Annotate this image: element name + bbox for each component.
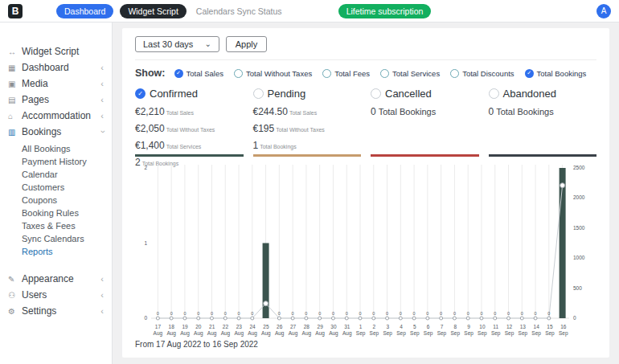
sidebar-item-media[interactable]: ▣Media‹ <box>0 76 112 92</box>
svg-text:0: 0 <box>521 311 523 316</box>
sidebar: ↔Widget Script▦Dashboard‹▣Media‹▤Pages‹⌂… <box>0 22 113 364</box>
option-label: Total Bookings <box>537 69 587 78</box>
sidebar-item-label: Widget Script <box>22 46 79 57</box>
x-axis-label: 6 Sep <box>421 324 435 337</box>
sidebar-subitem-reports[interactable]: Reports <box>0 245 112 258</box>
user-avatar[interactable]: A <box>596 4 611 18</box>
sidebar-subitem-customers[interactable]: Customers <box>0 181 112 194</box>
show-option-total-bookings[interactable]: ✓Total Bookings <box>525 69 587 78</box>
svg-text:0: 0 <box>318 311 321 316</box>
stat-row: €1,400Total Services <box>135 137 244 152</box>
show-option-total-discounts[interactable]: Total Discounts <box>450 69 514 78</box>
sidebar-item-appearance[interactable]: ✎Appearance‹ <box>0 271 112 287</box>
status-card-confirmed: ✓Confirmed€2,210Total Sales€2,050Total W… <box>135 86 244 157</box>
sidebar-subitem-taxes-fees[interactable]: Taxes & Fees <box>0 219 112 232</box>
chart-x-axis: 17 Aug18 Aug19 Aug20 Aug21 Aug22 Aug23 A… <box>151 324 570 337</box>
media-icon: ▣ <box>8 80 22 88</box>
x-axis-label: 5 Sep <box>408 324 421 337</box>
x-axis-label: 24 Aug <box>246 324 260 337</box>
unchecked-circle-icon[interactable] <box>234 69 243 78</box>
sidebar-menu: ↔Widget Script▦Dashboard‹▣Media‹▤Pages‹⌂… <box>0 43 112 319</box>
svg-text:0: 0 <box>426 311 428 316</box>
card-title: Cancelled <box>385 88 432 100</box>
show-option-total-fees[interactable]: Total Fees <box>322 69 370 78</box>
main-content: Last 30 days Apply Show: ✓Total SalesTot… <box>113 22 619 364</box>
code-icon: ↔ <box>8 47 22 56</box>
svg-text:0: 0 <box>400 311 402 316</box>
svg-text:0: 0 <box>224 311 227 316</box>
sidebar-item-dashboard[interactable]: ▦Dashboard‹ <box>0 59 112 76</box>
apply-button[interactable]: Apply <box>226 36 268 52</box>
show-label: Show: <box>135 67 166 79</box>
topbar-widget-script[interactable]: Widget Script <box>120 4 186 18</box>
sidebar-item-widget-script[interactable]: ↔Widget Script <box>0 43 112 59</box>
sidebar-item-label: Accommodation <box>22 110 91 121</box>
confirmed-checkbox[interactable]: ✓ <box>135 88 146 99</box>
show-option-total-sales[interactable]: ✓Total Sales <box>174 69 223 78</box>
sidebar-item-users[interactable]: ⚇Users‹ <box>0 287 112 303</box>
svg-text:2: 2 <box>144 165 147 170</box>
chevron-left-icon: ‹ <box>100 111 104 121</box>
sidebar-subitem-booking-rules[interactable]: Booking Rules <box>0 207 112 219</box>
show-option-total-without-taxes[interactable]: Total Without Taxes <box>234 69 312 78</box>
svg-text:0: 0 <box>144 315 147 321</box>
svg-text:0: 0 <box>467 311 469 316</box>
chart-section: 0120500100015002000250000000000000000000… <box>135 163 596 349</box>
sidebar-subitem-coupons[interactable]: Coupons <box>0 194 112 207</box>
abandoned-checkbox[interactable] <box>489 88 499 99</box>
sidebar-item-pages[interactable]: ▤Pages‹ <box>0 92 112 108</box>
x-axis-label: 21 Aug <box>205 324 219 337</box>
svg-text:0: 0 <box>413 311 416 316</box>
svg-text:1500: 1500 <box>573 225 585 231</box>
svg-text:0: 0 <box>157 311 159 316</box>
sidebar-subitem-sync-calendars[interactable]: Sync Calendars <box>0 232 112 245</box>
svg-text:0: 0 <box>359 311 361 316</box>
chevron-left-icon: ‹ <box>100 306 104 316</box>
show-options-row: Show: ✓Total SalesTotal Without TaxesTot… <box>135 60 596 84</box>
unchecked-circle-icon[interactable] <box>322 69 331 78</box>
sidebar-item-label: Settings <box>22 305 56 317</box>
site-logo[interactable]: B <box>8 4 23 18</box>
x-axis-label: 1 Sep <box>354 324 367 337</box>
x-axis-label: 28 Aug <box>300 324 314 337</box>
svg-text:1000: 1000 <box>573 255 585 260</box>
svg-text:2000: 2000 <box>573 194 585 200</box>
option-label: Total Sales <box>187 69 223 78</box>
sidebar-item-bookings[interactable]: ▥Bookings‹ <box>0 124 112 140</box>
checked-circle-icon[interactable]: ✓ <box>174 69 183 78</box>
pending-checkbox[interactable] <box>253 88 264 99</box>
date-range-select[interactable]: Last 30 days <box>135 36 219 52</box>
topbar-lifetime-subscription[interactable]: Lifetime subscription <box>338 4 432 18</box>
sidebar-subitem-calendar[interactable]: Calendar <box>0 168 112 181</box>
x-axis-label: 14 Sep <box>530 324 543 337</box>
x-axis-label: 20 Aug <box>191 324 205 337</box>
chevron-left-icon: ‹ <box>100 95 104 104</box>
cancelled-checkbox[interactable] <box>371 88 381 99</box>
unchecked-circle-icon[interactable] <box>450 69 459 78</box>
svg-text:0: 0 <box>386 311 388 316</box>
sidebar-subitem-payment-history[interactable]: Payment History <box>0 155 112 168</box>
grid-icon: ▦ <box>8 63 22 72</box>
sidebar-subitem-all-bookings[interactable]: All Bookings <box>0 142 112 155</box>
chevron-left-icon: ‹ <box>100 79 104 88</box>
appearance-icon: ✎ <box>8 275 22 284</box>
x-axis-label: 23 Aug <box>232 324 246 337</box>
x-axis-label: 19 Aug <box>178 324 192 337</box>
status-card-cancelled: Cancelled0Total Bookings <box>371 86 479 157</box>
show-option-total-services[interactable]: Total Services <box>380 69 440 78</box>
status-cards: ✓Confirmed€2,210Total Sales€2,050Total W… <box>135 86 596 157</box>
topbar: B DashboardWidget ScriptCalendars Sync S… <box>0 0 619 22</box>
option-label: Total Services <box>392 69 440 78</box>
svg-text:0: 0 <box>453 311 456 316</box>
topbar-dashboard[interactable]: Dashboard <box>56 4 113 18</box>
unchecked-circle-icon[interactable] <box>380 69 389 78</box>
x-axis-label: 3 Sep <box>381 324 395 337</box>
checked-circle-icon[interactable]: ✓ <box>525 69 534 78</box>
sidebar-item-settings[interactable]: ⚙Settings‹ <box>0 303 112 319</box>
show-options: ✓Total SalesTotal Without TaxesTotal Fee… <box>174 69 587 78</box>
sidebar-item-accommodation[interactable]: ⌂Accommodation‹ <box>0 108 112 124</box>
sidebar-item-label: Dashboard <box>22 62 69 73</box>
sidebar-item-label: Appearance <box>22 273 74 284</box>
chevron-left-icon: ‹ <box>100 290 104 300</box>
svg-text:1: 1 <box>144 240 147 246</box>
